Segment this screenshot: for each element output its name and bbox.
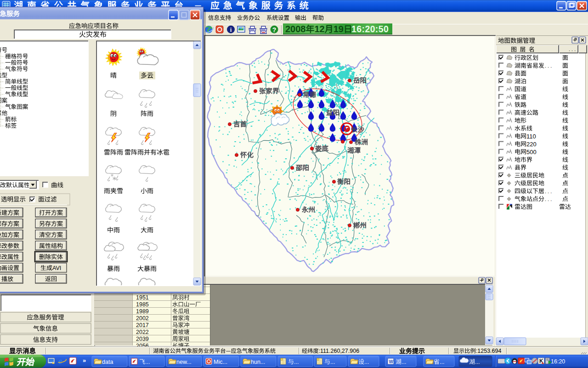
svg-text:1989: 1989 [136, 308, 149, 315]
svg-text:1985: 1985 [136, 301, 149, 308]
svg-text:. . .: . . . [569, 46, 576, 52]
svg-text:110: 110 [526, 133, 536, 140]
svg-text::1253.694: :1253.694 [476, 348, 502, 354]
svg-text:220: 220 [526, 141, 537, 148]
svg-text:Mic...: Mic... [214, 359, 227, 365]
svg-text:19: 19 [334, 24, 344, 34]
svg-text:2017: 2017 [136, 322, 149, 328]
svg-text:?: ? [272, 26, 277, 34]
svg-text:16:20:50: 16:20:50 [351, 24, 389, 34]
svg-text:...: ... [145, 359, 150, 365]
svg-text:AVI: AVI [52, 265, 61, 271]
svg-text:12: 12 [314, 24, 324, 34]
svg-text:»: » [83, 357, 86, 364]
svg-text:...: ... [294, 359, 299, 365]
svg-text:1951: 1951 [136, 294, 149, 301]
svg-text:W: W [389, 359, 394, 364]
svg-text:2039: 2039 [136, 336, 149, 342]
svg-text:. . .: . . . [545, 189, 552, 194]
svg-text:e: e [58, 356, 62, 366]
svg-text:. . .: . . . [545, 196, 552, 202]
svg-text:2022: 2022 [136, 329, 149, 335]
svg-text:data: data [102, 359, 113, 365]
svg-text:500: 500 [526, 149, 537, 155]
svg-text:...: ... [440, 359, 444, 365]
svg-text:16:20: 16:20 [551, 358, 565, 365]
svg-text:2002: 2002 [136, 315, 149, 322]
svg-text:2008: 2008 [285, 24, 306, 34]
svg-text:...: ... [330, 359, 335, 365]
svg-text:. . .: . . . [545, 63, 552, 69]
svg-text:...: ... [475, 359, 480, 365]
svg-text:...: ... [364, 359, 369, 365]
svg-text::111.260,27.906: :111.260,27.906 [319, 348, 360, 354]
svg-text:new...: new... [176, 359, 192, 365]
svg-text:i: i [230, 26, 232, 33]
svg-text:hun...: hun... [251, 359, 265, 365]
svg-text:...: ... [401, 359, 406, 365]
